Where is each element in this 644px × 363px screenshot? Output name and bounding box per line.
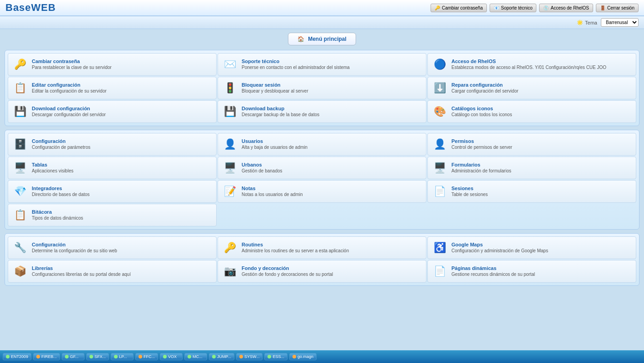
cerrar-sesion-btn[interactable]: 🚪 Cerrar sesión: [596, 4, 639, 12]
menu-integradores[interactable]: 💎 Integradores Directorio de bases de da…: [8, 180, 217, 203]
section-portal: 🔧 Configuración Determine la configuraci…: [5, 233, 639, 286]
envelope-icon: 📧: [494, 5, 499, 10]
theme-label: 🌟 Tema: [577, 20, 597, 25]
menu-bloquear-sesion[interactable]: 🚦 Bloquear sesión Bloquear y desbloquear…: [218, 77, 426, 99]
floppy2-icon: 💾: [222, 103, 238, 120]
menu-paginas-dinamicas[interactable]: 📄 Páginas dinámicas Gestione recursos di…: [427, 260, 636, 283]
floppy-icon: 💾: [12, 103, 28, 120]
menu-notas[interactable]: 📝 Notas Notas a los usuarios de admin: [218, 180, 426, 203]
lifesaver-icon: 🔵: [431, 56, 448, 73]
menu-download-config[interactable]: 💾 Download configuración Descargar confi…: [8, 100, 217, 123]
monitor3-icon: 🖥️: [431, 160, 448, 176]
menu-acceso-rhelos[interactable]: 🔵 Acceso de RhelOS Establezca modos de a…: [427, 53, 636, 76]
menu-tablas[interactable]: 🖥️ Tablas Aplicaciones visibles: [8, 157, 217, 179]
header: BaseWEB 🔑 Cambiar contraseña 📧 Soporte t…: [0, 0, 644, 16]
envelope-icon: ✉️: [222, 56, 238, 73]
menu-soporte-tecnico[interactable]: ✉️ Soporte técnico Ponerse en contacto c…: [218, 53, 426, 76]
soporte-tecnico-btn[interactable]: 📧 Soporte técnico: [490, 4, 537, 12]
menu-fondo-decoracion[interactable]: 📷 Fondo y decoración Gestión de fondo y …: [218, 260, 426, 283]
sessions-icon: 📄: [431, 183, 448, 200]
wrench-icon: 🔧: [12, 240, 28, 256]
palette-icon: 🎨: [431, 103, 448, 120]
menu-permisos[interactable]: 👤 Permisos Control de permisos de server: [427, 133, 636, 156]
home-button[interactable]: 🏠 Menú principal: [288, 33, 356, 45]
permissions-icon: 👤: [431, 136, 448, 152]
monitor2-icon: 🖥️: [222, 160, 238, 176]
portal-menu-grid: 🔧 Configuración Determine la configuraci…: [8, 236, 636, 283]
main-content: 🏠 Menú principal 🔑 Cambiar contraseña Pa…: [0, 29, 644, 293]
home-icon: 🏠: [297, 36, 304, 42]
note-icon: 📝: [222, 183, 238, 200]
database-icon: 🗄️: [12, 136, 28, 152]
section-admin: 🗄️ Configuración Configuración de paráme…: [5, 130, 639, 230]
menu-catalogos-iconos[interactable]: 🎨 Catálogos iconos Catálogo con todos lo…: [427, 100, 636, 123]
menu-google-maps[interactable]: ♿ Google Maps Configuración y administra…: [427, 236, 636, 259]
section-server: 🔑 Cambiar contraseña Para restablecer la…: [5, 50, 639, 126]
menu-usuarios[interactable]: 👤 Usuarios Alta y baja de usuarios de ad…: [218, 133, 426, 156]
admin-menu-grid: 🗄️ Configuración Configuración de paráme…: [8, 133, 636, 226]
menu-formularios[interactable]: 🖥️ Formularios Administración de formula…: [427, 157, 636, 179]
camera-icon: 📷: [222, 263, 238, 280]
sun-icon: 🌟: [577, 20, 583, 25]
box-icon: 📦: [12, 263, 28, 280]
log-icon: 📋: [12, 207, 28, 223]
home-section: 🏠 Menú principal: [5, 33, 639, 45]
download-green-icon: ⬇️: [431, 80, 448, 96]
menu-cambiar-contrasena[interactable]: 🔑 Cambiar contraseña Para restablecer la…: [8, 53, 217, 76]
theme-select[interactable]: Barrenusal Default Blue: [601, 18, 639, 27]
menu-librerias[interactable]: 📦 Librerías Configuraciones librerías de…: [8, 260, 217, 283]
key-icon: 🔑: [12, 56, 28, 73]
header-actions: 🔑 Cambiar contraseña 📧 Soporte técnico 💿…: [431, 4, 639, 12]
menu-configuracion[interactable]: 🗄️ Configuración Configuración de paráme…: [8, 133, 217, 156]
server-menu-grid: 🔑 Cambiar contraseña Para restablecer la…: [8, 53, 636, 123]
menu-urbanos[interactable]: 🖥️ Urbanos Gestión de banados: [218, 157, 426, 179]
cambiar-contrasena-btn[interactable]: 🔑 Cambiar contraseña: [431, 4, 487, 12]
clipboard-icon: 📋: [12, 80, 28, 96]
traffic-light-icon: 🚦: [222, 80, 238, 96]
menu-editar-config[interactable]: 📋 Editar configuración Editar la configu…: [8, 77, 217, 99]
acceso-rhelos-btn[interactable]: 💿 Acceso de RhelOS: [539, 4, 593, 12]
menu-download-backup[interactable]: 💾 Download backup Descargar backup de la…: [218, 100, 426, 123]
diamond-icon: 💎: [12, 183, 28, 200]
page-icon: 📄: [431, 263, 448, 280]
menu-routines[interactable]: 🔑 Routines Administre los routines de su…: [218, 236, 426, 259]
menu-sesiones[interactable]: 📄 Sesiones Table de sesiones: [427, 180, 636, 203]
menu-repara-config[interactable]: ⬇️ Repara configuración Cargar configura…: [427, 77, 636, 99]
menu-config-portal[interactable]: 🔧 Configuración Determine la configuraci…: [8, 236, 217, 259]
user-icon: 👤: [222, 136, 238, 152]
disc-icon: 💿: [543, 5, 549, 10]
key-icon: 🔑: [435, 5, 440, 10]
app-logo: BaseWEB: [5, 2, 56, 14]
accessibility-icon: ♿: [431, 240, 448, 256]
routines-icon: 🔑: [222, 240, 238, 256]
toolbar: 🌟 Tema Barrenusal Default Blue: [0, 16, 644, 29]
menu-bitacora[interactable]: 📋 Bitácora Tipos de datos dinámicos: [8, 204, 217, 226]
door-icon: 🚪: [600, 5, 605, 10]
monitor-icon: 🖥️: [12, 160, 28, 176]
